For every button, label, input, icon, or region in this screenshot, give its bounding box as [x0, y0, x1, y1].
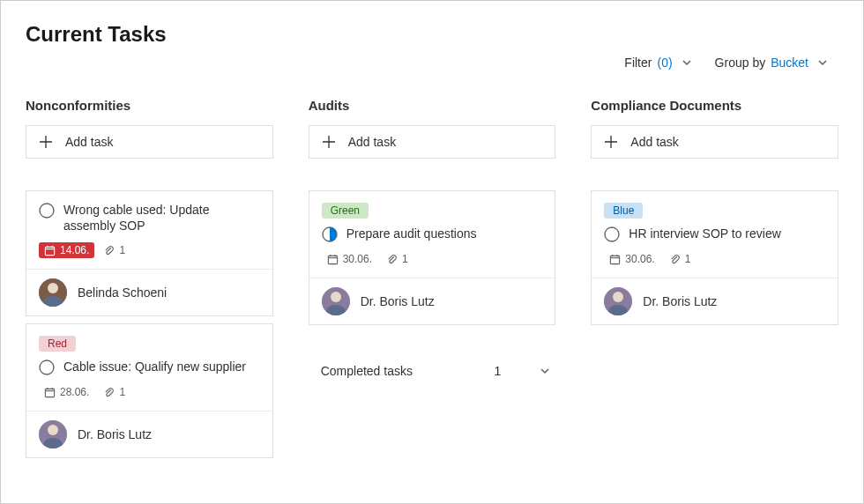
calendar-icon	[327, 254, 339, 265]
task-card[interactable]: Wrong cable used: Update assembly SOP14.…	[26, 190, 273, 316]
task-title: Cable issue: Qualify new supplier	[63, 359, 246, 374]
column-title: Audits	[309, 98, 556, 113]
card-body: RedCable issue: Qualify new supplier28.0…	[26, 324, 272, 411]
task-card[interactable]: RedCable issue: Qualify new supplier28.0…	[26, 323, 273, 458]
task-title-row: HR interview SOP to review	[604, 226, 825, 242]
add-task-label: Add task	[630, 135, 678, 149]
avatar	[39, 278, 67, 307]
svg-rect-8	[45, 389, 54, 397]
assignee-row: Belinda Schoeni	[26, 269, 272, 315]
assignee-row: Dr. Boris Lutz	[26, 411, 272, 457]
attachment-number: 1	[685, 253, 691, 265]
task-title-row: Cable issue: Qualify new supplier	[39, 359, 260, 375]
complete-toggle[interactable]	[39, 203, 55, 219]
card-body: BlueHR interview SOP to review30.06.1	[592, 191, 838, 278]
group-by-value: Bucket	[771, 56, 808, 70]
plus-icon	[604, 135, 618, 149]
due-date-badge: 30.06.	[604, 251, 659, 267]
attachment-number: 1	[119, 244, 125, 256]
group-by-label: Group by	[715, 56, 766, 70]
attachment-number: 1	[119, 386, 125, 398]
task-title: HR interview SOP to review	[629, 226, 780, 241]
chevron-down-icon	[682, 57, 692, 68]
toolbar: Filter (0) Group by Bucket	[26, 56, 838, 70]
paperclip-icon	[103, 387, 115, 398]
complete-toggle[interactable]	[39, 359, 55, 375]
svg-point-6	[48, 283, 58, 293]
filter-button[interactable]: Filter (0)	[624, 56, 691, 70]
category-tag: Green	[322, 203, 369, 219]
svg-point-20	[331, 292, 341, 302]
assignee-name: Dr. Boris Lutz	[78, 427, 152, 441]
attachment-count: 1	[669, 253, 691, 265]
attachment-count: 1	[103, 386, 125, 398]
filter-label: Filter	[624, 56, 652, 70]
svg-rect-1	[45, 247, 54, 255]
due-date-badge: 14.06.	[39, 242, 94, 258]
paperclip-icon	[103, 245, 115, 256]
plus-icon	[39, 135, 53, 149]
chevron-down-icon	[817, 57, 828, 68]
plus-icon	[322, 135, 336, 149]
svg-rect-22	[611, 256, 620, 263]
calendar-icon	[609, 254, 621, 265]
completed-tasks-toggle[interactable]: Completed tasks1	[309, 355, 556, 387]
task-title: Wrong cable used: Update assembly SOP	[63, 202, 260, 233]
assignee-row: Dr. Boris Lutz	[309, 278, 555, 324]
due-date-text: 28.06.	[60, 386, 89, 398]
task-meta: 30.06.1	[322, 251, 543, 267]
task-title: Prepare audit questions	[346, 226, 477, 241]
category-tag: Red	[39, 336, 76, 352]
due-date-badge: 30.06.	[322, 251, 377, 267]
attachment-count: 1	[103, 244, 125, 256]
assignee-name: Dr. Boris Lutz	[361, 294, 435, 308]
task-meta: 14.06.1	[39, 242, 260, 258]
avatar	[604, 287, 632, 315]
category-tag: Blue	[604, 203, 643, 219]
card-body: GreenPrepare audit questions30.06.1	[309, 191, 555, 278]
paperclip-icon	[386, 254, 398, 265]
task-card[interactable]: BlueHR interview SOP to review30.06.1Dr.…	[591, 190, 838, 325]
due-date-badge: 28.06.	[39, 384, 94, 400]
assignee-name: Belinda Schoeni	[78, 285, 167, 300]
avatar	[39, 420, 67, 448]
board-column: NonconformitiesAdd taskWrong cable used:…	[26, 98, 273, 465]
task-meta: 30.06.1	[604, 251, 825, 267]
complete-toggle[interactable]	[604, 226, 620, 242]
due-date-text: 30.06.	[343, 253, 372, 265]
group-by-button[interactable]: Group by Bucket	[715, 56, 828, 70]
task-card[interactable]: GreenPrepare audit questions30.06.1Dr. B…	[309, 190, 556, 325]
column-title: Compliance Documents	[591, 98, 838, 113]
assignee-name: Dr. Boris Lutz	[643, 294, 717, 308]
add-task-button[interactable]: Add task	[26, 125, 273, 159]
svg-point-27	[613, 292, 623, 302]
column-title: Nonconformities	[26, 98, 273, 113]
svg-point-7	[40, 360, 54, 374]
completed-label: Completed tasks	[321, 364, 413, 378]
due-date-text: 14.06.	[60, 244, 89, 256]
card-body: Wrong cable used: Update assembly SOP14.…	[26, 191, 272, 269]
calendar-icon	[44, 387, 56, 398]
svg-point-13	[48, 425, 58, 435]
attachment-number: 1	[402, 253, 408, 265]
complete-toggle[interactable]	[322, 226, 338, 242]
paperclip-icon	[669, 254, 681, 265]
task-title-row: Prepare audit questions	[322, 226, 543, 242]
svg-point-21	[605, 227, 619, 241]
task-title-row: Wrong cable used: Update assembly SOP	[39, 202, 260, 233]
avatar	[322, 287, 350, 315]
svg-point-0	[40, 204, 54, 218]
page-title: Current Tasks	[26, 22, 838, 47]
task-meta: 28.06.1	[39, 384, 260, 400]
add-task-label: Add task	[65, 135, 113, 149]
board-columns: NonconformitiesAdd taskWrong cable used:…	[26, 98, 838, 465]
calendar-icon	[44, 245, 56, 256]
completed-count: 1	[495, 364, 502, 378]
app-container: Current Tasks Filter (0) Group by Bucket…	[0, 0, 864, 504]
due-date-text: 30.06.	[625, 253, 654, 265]
add-task-button[interactable]: Add task	[309, 125, 556, 159]
add-task-button[interactable]: Add task	[591, 125, 838, 159]
assignee-row: Dr. Boris Lutz	[592, 278, 838, 324]
add-task-label: Add task	[348, 135, 396, 149]
chevron-down-icon	[540, 366, 550, 376]
